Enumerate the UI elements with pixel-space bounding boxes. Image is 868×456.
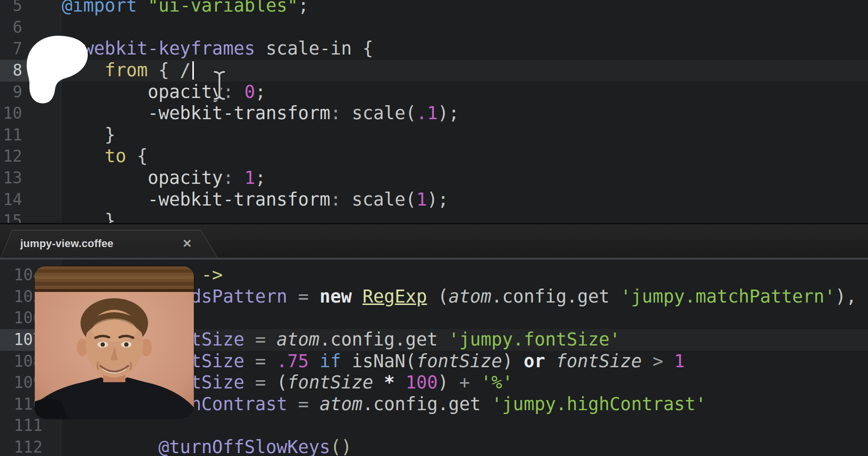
editor-pane-top[interactable]: 5 @import "ui-variables"; 6 7 @-webkit-k… (0, 0, 868, 223)
line-number: 5 (0, 0, 61, 17)
code-row-active: 8 from { / (0, 60, 868, 82)
tab-bar: jumpy-view.coffee ✕ (0, 223, 868, 260)
line-number: 15 (0, 210, 61, 223)
white-blob-overlay (23, 34, 95, 106)
code-row: 14 -webkit-transform: scale(1); (0, 189, 868, 211)
line-number: 11 (0, 124, 61, 146)
atom-editor-window: { "colors": { "editor_background": "#1c1… (0, 0, 868, 456)
tab-label: jumpy-view.coffee (20, 230, 113, 260)
tab-close-icon[interactable]: ✕ (182, 230, 192, 260)
code-row: 7 @-webkit-keyframes scale-in { (0, 38, 868, 60)
code-line: @-webkit-keyframes scale-in { (62, 38, 373, 60)
code-row: 5 @import "ui-variables"; (0, 0, 868, 17)
code-line: } (62, 124, 115, 146)
code-line: to { (62, 146, 148, 167)
code-row: 11 } (0, 124, 868, 146)
code-line: @turnOffSlowKeys() (62, 437, 352, 456)
line-number: 112 (0, 437, 61, 456)
code-row: 9 opacity: 0; (0, 82, 868, 103)
code-row: 112 @turnOffSlowKeys() (0, 437, 868, 456)
portrait-photo-image (35, 266, 194, 419)
code-line: } (62, 210, 115, 223)
code-row: 13 opacity: 1; (0, 167, 868, 189)
code-line: opacity: 1; (62, 167, 266, 189)
code-row: 15 } (0, 210, 868, 223)
code-line: @import "ui-variables"; (62, 0, 309, 17)
line-number: 14 (0, 189, 61, 211)
ibeam-cursor-icon (211, 69, 228, 101)
code-line: -webkit-transform: scale(1); (62, 189, 448, 211)
code-row: 6 (0, 17, 868, 39)
text-caret (192, 61, 194, 80)
code-line: -webkit-transform: scale(.1); (62, 103, 459, 124)
code-row: 12 to { (0, 146, 868, 167)
line-number: 12 (0, 146, 61, 167)
line-number: 13 (0, 167, 61, 189)
portrait-photo (35, 266, 194, 419)
code-row: 10 -webkit-transform: scale(.1); (0, 103, 868, 124)
tab-jumpy-view-coffee[interactable]: jumpy-view.coffee ✕ (0, 230, 219, 260)
